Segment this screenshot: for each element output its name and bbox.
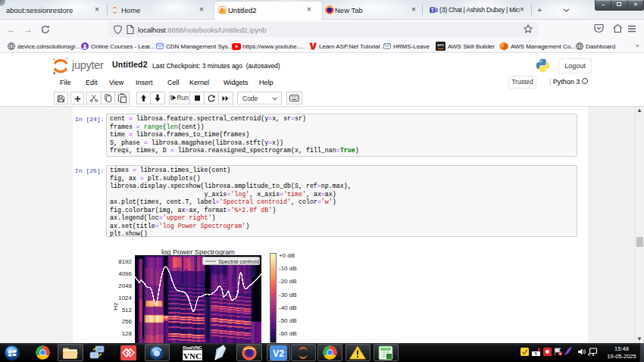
- svg-text:V2: V2: [273, 348, 284, 359]
- svg-text:V: V: [535, 351, 538, 356]
- svg-text:aws: aws: [437, 42, 444, 47]
- svg-text:RealVNC: RealVNC: [183, 345, 202, 350]
- svg-text:VNC: VNC: [183, 351, 202, 360]
- svg-text:T: T: [431, 8, 434, 13]
